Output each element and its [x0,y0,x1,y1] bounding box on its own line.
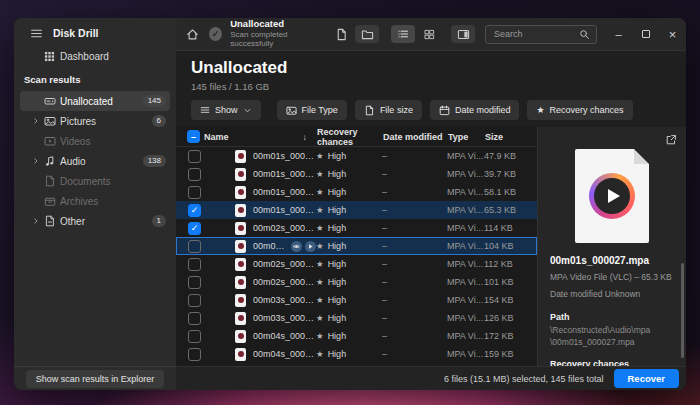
table-row[interactable]: 00m02s_000021... ★High – MPA Vi... 112 K… [176,255,537,273]
date-modified-cell: – [382,313,447,323]
home-icon[interactable] [186,28,199,41]
table-row[interactable]: 00m01s_000017... ★High – MPA Vi... 39.7 … [176,165,537,183]
size-cell: 39.7 KB [484,169,536,179]
file-name: 00m02s_000026... [253,277,316,287]
sidebar-item-label: Other [60,216,152,227]
sidebar-item-label: Pictures [60,116,152,127]
sidebar-item-documents[interactable]: Documents [20,171,170,191]
preview-eye-icon[interactable] [291,241,302,252]
show-menu-icon [200,105,210,115]
name-cell: 00m01s_000024... [201,186,316,199]
minimize-button[interactable]: – [605,18,632,51]
table-row[interactable]: ✓ 00m02s_000018... ★High – MPA Vi... 114… [176,219,537,237]
chevron-right-icon[interactable] [32,117,44,125]
table-row[interactable]: 00m02s... ★High – MPA Vi... 104 KB [176,237,537,255]
table-row[interactable]: 00m03s_000009... ★High – MPA Vi... 154 K… [176,291,537,309]
row-checkbox[interactable]: ✓ [188,222,201,235]
preview-scrollbar[interactable] [681,263,684,358]
table-row[interactable]: 00m01s_000016... ★High – MPA Vi... 47.9 … [176,147,537,165]
column-size[interactable]: Size [485,132,537,142]
table-row[interactable]: 00m04s_000025... ★High – MPA Vi... 159 K… [176,345,537,363]
row-checkbox[interactable] [188,186,201,199]
sidebar-item-label: Dashboard [60,51,170,62]
recovery-chances-filter-button[interactable]: ★ Recovery chances [527,100,632,120]
row-checkbox[interactable] [188,258,201,271]
sidebar-item-pictures[interactable]: Pictures 6 [20,111,170,131]
search-box [485,25,597,44]
calendar-icon [439,105,450,116]
row-checkbox[interactable]: ✓ [188,204,201,217]
table-row[interactable]: 00m04s_000015... ★High – MPA Vi... 172 K… [176,327,537,345]
preview-panel-icon[interactable] [451,25,475,43]
file-name: 00m02s_000021... [253,259,316,269]
folder-icon[interactable] [355,25,379,43]
row-checkbox[interactable] [188,294,201,307]
search-input[interactable] [486,29,579,39]
recovery-cell: ★High [316,295,382,305]
column-date-modified[interactable]: Date modified [383,132,448,142]
file-type-filter-button[interactable]: File Type [277,100,347,120]
row-checkbox[interactable] [188,276,201,289]
mpa-file-icon [235,258,246,271]
main-area: ✓ Unallocated Scan completed successfull… [176,18,686,390]
table-row[interactable]: 00m03s_000012... ★High – MPA Vi... 126 K… [176,309,537,327]
table-row[interactable]: ✓ 00m01s_000027... ★High – MPA Vi... 65.… [176,201,537,219]
type-cell: MPA Vi... [447,277,484,287]
audio-icon [44,155,60,167]
sidebar-item-audio[interactable]: Audio 138 [20,151,170,171]
row-checkbox[interactable] [188,312,201,325]
sidebar-item-videos[interactable]: Videos [20,131,170,151]
file-preview-thumbnail[interactable] [575,149,649,243]
date-modified-cell: – [382,241,447,251]
chevron-right-icon[interactable] [32,217,44,225]
column-name[interactable]: Name ↓ [200,132,317,142]
topbar-titles: Unallocated Scan completed successfully [230,19,327,48]
file-name: 00m01s_000024... [253,187,316,197]
date-modified-filter-button[interactable]: Date modified [430,100,520,120]
column-recovery[interactable]: Recovery chances [317,127,383,147]
size-cell: 126 KB [484,313,536,323]
sort-desc-icon[interactable]: ↓ [303,132,308,142]
date-modified-cell: – [382,259,447,269]
row-checkbox[interactable] [188,150,201,163]
sidebar-item-unallocated[interactable]: Unallocated 145 [20,91,170,111]
table-rows: 00m01s_000016... ★High – MPA Vi... 47.9 … [176,147,537,366]
table-row[interactable]: 00m01s_000024... ★High – MPA Vi... 58.1 … [176,183,537,201]
show-in-explorer-button[interactable]: Show scan results in Explorer [26,370,165,388]
recovery-cell: ★High [316,259,382,269]
close-button[interactable]: × [659,18,686,51]
file-name: 00m01s_000027... [253,205,316,215]
file-size-filter-button[interactable]: File size [355,100,422,120]
type-cell: MPA Vi... [447,331,484,341]
column-type[interactable]: Type [448,132,485,142]
sidebar-item-other[interactable]: Other 1 [20,211,170,231]
row-checkbox[interactable] [188,240,201,253]
open-preview-icon[interactable] [665,134,677,146]
file-icon[interactable] [331,25,351,43]
list-view-icon[interactable] [391,25,415,43]
date-modified-cell: – [382,349,447,359]
search-icon[interactable] [579,29,590,40]
row-checkbox[interactable] [188,330,201,343]
select-all-checkbox[interactable]: – [187,130,200,143]
table-row[interactable]: 00m02s_000026... ★High – MPA Vi... 101 K… [176,273,537,291]
date-modified-cell: – [382,223,447,233]
row-checkbox[interactable] [188,348,201,361]
file-name: 00m02s... [253,241,285,251]
grid-view-icon[interactable] [419,25,439,43]
play-button-icon[interactable] [594,178,630,214]
mpa-file-icon [235,186,246,199]
menu-icon[interactable] [30,27,43,40]
date-modified-cell: – [382,205,447,215]
show-dropdown[interactable]: Show [191,100,261,120]
row-checkbox[interactable] [188,168,201,181]
chevron-right-icon[interactable] [32,157,44,165]
maximize-button[interactable] [632,18,659,51]
play-preview-icon[interactable] [305,241,316,252]
recover-button[interactable]: Recover [614,369,680,388]
sidebar-item-dashboard[interactable]: Dashboard [20,46,170,66]
star-icon: ★ [316,349,324,359]
file-type-label: File Type [302,105,338,115]
sidebar: Disk Drill Dashboard Scan results Unallo… [14,18,176,390]
sidebar-item-archives[interactable]: Archives [20,191,170,211]
